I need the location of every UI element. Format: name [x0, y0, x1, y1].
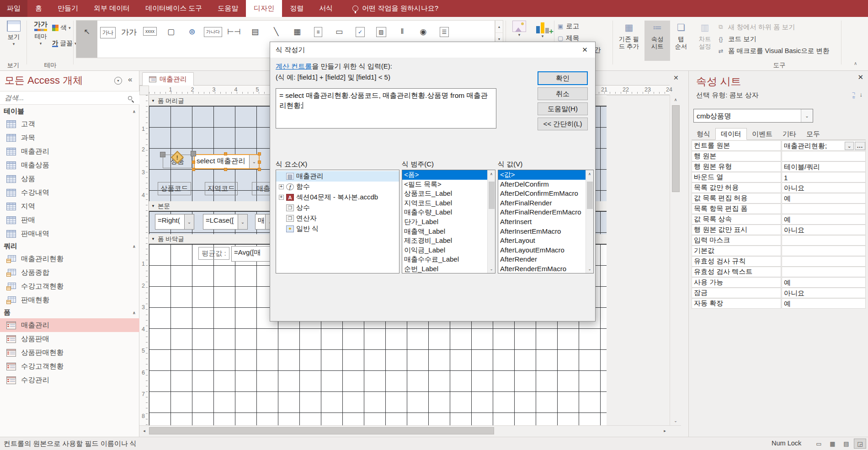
scrollbar-thumb[interactable] [489, 182, 495, 209]
insert-image-button[interactable]: ▾ [508, 21, 530, 36]
simplify-button[interactable]: << 간단히(L) [538, 118, 588, 130]
chevron-down-icon[interactable]: ⌄ [801, 109, 813, 122]
convert-macros-button[interactable]: ⇄ 폼 매크로를 Visual Basic으로 변환 [717, 45, 829, 57]
property-label[interactable]: 값 목록 편집 허용 [692, 193, 781, 204]
sidebar-item-table[interactable]: 판매내역 [0, 227, 139, 241]
property-label[interactable]: 목록 값만 허용 [692, 182, 781, 193]
selected-combo-box[interactable]: select 매출관리 ⌄ [194, 154, 260, 169]
tree-item-constants[interactable]: ❐ 상수 [276, 203, 399, 213]
property-value[interactable]: 아니요 ⌄ ... [782, 182, 866, 193]
button-icon[interactable]: xxxx [139, 21, 160, 58]
layout-view-icon[interactable]: ▤ [840, 439, 852, 449]
ribbon-tab[interactable]: 도움말 [210, 0, 246, 17]
move-handle[interactable] [191, 151, 196, 156]
category-item[interactable]: 단가_Label [402, 217, 487, 227]
property-tab[interactable]: 기타 [777, 129, 801, 139]
category-item[interactable]: 지역코드_Label [402, 198, 487, 208]
calculated-control-link[interactable]: 계산 컨트롤 [276, 62, 312, 70]
property-label[interactable]: 목록 항목 편집 폼 [692, 204, 781, 214]
property-tab[interactable]: 모두 [801, 129, 825, 139]
ribbon-tab[interactable]: 홈 [27, 0, 50, 17]
sidebar-item-table[interactable]: 매출관리 [0, 145, 139, 158]
size-handle[interactable] [192, 168, 195, 171]
category-item[interactable]: 제조경비_Label [402, 236, 487, 246]
navigation-control-icon[interactable]: 가나다 [202, 21, 224, 58]
themes-button[interactable]: 가가 테마 ▾ [30, 21, 51, 45]
property-label[interactable]: 행 원본 [692, 151, 781, 161]
tree-item-form[interactable]: ▤ 매출관리 [276, 171, 399, 182]
ribbon-tab[interactable]: 디자인 [246, 0, 282, 17]
property-value[interactable]: ⌄ ... [782, 267, 866, 277]
scrollbar-thumb[interactable] [672, 105, 680, 192]
column-label-control[interactable]: 지역코드 [205, 182, 238, 195]
property-tab[interactable]: 형식 [692, 129, 715, 139]
property-label[interactable]: 바운드 열 [692, 172, 781, 182]
ribbon-tab[interactable]: 정렬 [282, 0, 311, 17]
ribbon-tab[interactable]: 만들기 [50, 0, 86, 17]
close-icon[interactable]: ✕ [857, 73, 863, 81]
value-item[interactable]: AfterLayout [498, 236, 586, 246]
select-pointer-icon[interactable]: ↖ [76, 21, 97, 58]
combo-dropdown-icon[interactable]: ⌄ [184, 214, 194, 229]
category-item[interactable]: 이익금_Label [402, 246, 487, 255]
property-label[interactable]: 행 원본 유형 [692, 161, 781, 172]
sidebar-item-form[interactable]: 수강고객현황 [0, 359, 139, 373]
form-view-icon[interactable]: ▭ [813, 439, 825, 449]
text-box-icon[interactable]: 가나 [97, 21, 118, 58]
property-label[interactable]: 값 목록 상속 [692, 214, 781, 225]
collapse-pane-icon[interactable]: « [128, 75, 132, 84]
value-item[interactable]: AfterFinalRender [498, 198, 586, 208]
property-value[interactable]: ⌄ ... [782, 235, 866, 246]
property-tab[interactable]: 데이터 [715, 128, 747, 140]
size-handle[interactable] [258, 161, 261, 164]
property-value[interactable]: 예 ⌄ ... [782, 214, 866, 225]
expression-combo-box[interactable]: =LCase([ ⌄ [203, 214, 248, 230]
value-item[interactable]: AfterDelConfirmEmMacro [498, 189, 586, 198]
size-handle[interactable] [258, 168, 261, 171]
colors-button[interactable]: 색 ▾ [52, 22, 71, 33]
logo-button[interactable]: ▣ 로고 [558, 20, 601, 32]
property-value[interactable]: ⌄ ... [782, 151, 866, 161]
scrollbar-thumb[interactable] [587, 182, 593, 209]
sidebar-item-table[interactable]: 수강내역 [0, 186, 139, 199]
property-value[interactable]: 매출관리현황; ⌄ ... [782, 140, 866, 151]
sidebar-item-table[interactable]: 매출상품 [0, 158, 139, 172]
tell-me-search[interactable]: 어떤 작업을 원하시나요? [352, 0, 438, 17]
label-icon[interactable]: 가가 [118, 21, 139, 58]
property-value[interactable]: ⌄ ... [782, 204, 866, 214]
sidebar-item-query[interactable]: 매출관리현황 [0, 252, 139, 266]
add-existing-fields-button[interactable]: ▦ 기존 필 드 추가 [616, 21, 642, 61]
sidebar-item-table[interactable]: 고객 [0, 117, 139, 131]
sidebar-item-form[interactable]: 상품판매현황 [0, 346, 139, 359]
category-item[interactable]: 매출수량_Label [402, 208, 487, 217]
property-value[interactable]: 예 ⌄ ... [782, 298, 866, 309]
property-label[interactable]: 자동 확장 [692, 298, 781, 309]
property-label[interactable]: 기본값 [692, 246, 781, 256]
value-item[interactable]: AfterInsertEmMacro [498, 227, 586, 236]
size-handle[interactable] [224, 168, 227, 171]
property-sheet-button[interactable]: ≔ 속성 시트 [644, 21, 670, 61]
tab-control-icon[interactable]: ▢ [160, 21, 181, 58]
hyperlink-icon[interactable]: ⊚ [181, 21, 202, 58]
property-label[interactable]: 입력 마스크 [692, 235, 781, 246]
combo-box-icon[interactable]: ▤ [245, 21, 266, 58]
category-item[interactable]: 상품코드_Label [402, 189, 487, 198]
help-button[interactable]: 도움말(H) [538, 102, 588, 115]
property-value[interactable]: 예 ⌄ ... [782, 193, 866, 204]
datasheet-view-icon[interactable]: ▦ [826, 439, 839, 449]
value-item[interactable]: <값> [498, 170, 586, 180]
nav-search-input[interactable]: 검색... [0, 91, 139, 105]
property-label[interactable]: 행 원본 값만 표시 [692, 225, 781, 235]
tree-item-common-expressions[interactable]: ✦ 일반 식 [276, 224, 399, 234]
nav-filter-icon[interactable]: ▾ [114, 77, 122, 85]
ribbon-tab[interactable]: 서식 [311, 0, 341, 17]
chart-settings-button[interactable]: ▥ 차트 설정 [692, 21, 718, 61]
list-scrollbar[interactable]: ∧ ⌄ [487, 170, 495, 273]
scrollbar-thumb[interactable] [149, 427, 494, 434]
expression-combo-box[interactable]: =Right( ⌄ [155, 214, 194, 230]
sidebar-item-form[interactable]: 상품판매 [0, 332, 139, 346]
property-value[interactable]: ⌄ ... [782, 256, 866, 267]
expression-input[interactable]: = select 매출관리현황.상품코드, 매출관리현황.상품명 from 매출… [276, 88, 496, 129]
ribbon-tab[interactable]: 외부 데이터 [86, 0, 138, 17]
value-item[interactable]: AfterFinalRenderEmMacro [498, 208, 586, 217]
